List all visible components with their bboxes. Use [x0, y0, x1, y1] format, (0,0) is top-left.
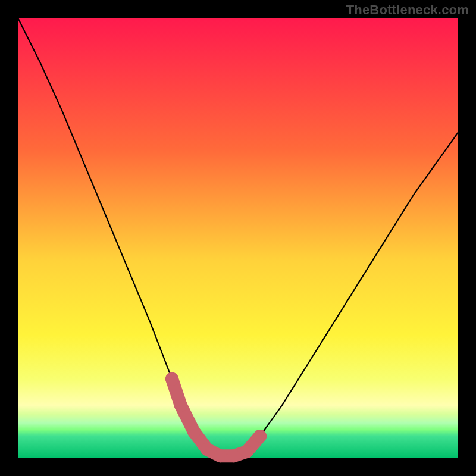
- plot-area: [18, 18, 458, 458]
- trough-marker-dot: [174, 399, 187, 412]
- trough-marker-dot: [240, 445, 253, 458]
- outer-frame: TheBottleneck.com: [0, 0, 476, 476]
- chart-svg: [18, 18, 458, 458]
- trough-marker-dot: [201, 443, 214, 456]
- trough-marker-dot: [227, 449, 240, 462]
- trough-marker-dot: [187, 425, 201, 439]
- trough-band: [172, 379, 260, 456]
- trough-marker-dot: [165, 372, 178, 386]
- bottleneck-curve: [18, 18, 458, 456]
- trough-marker-dot: [214, 449, 227, 462]
- trough-marker-dot: [253, 430, 267, 443]
- watermark-text: TheBottleneck.com: [346, 2, 469, 18]
- trough-markers: [165, 372, 267, 463]
